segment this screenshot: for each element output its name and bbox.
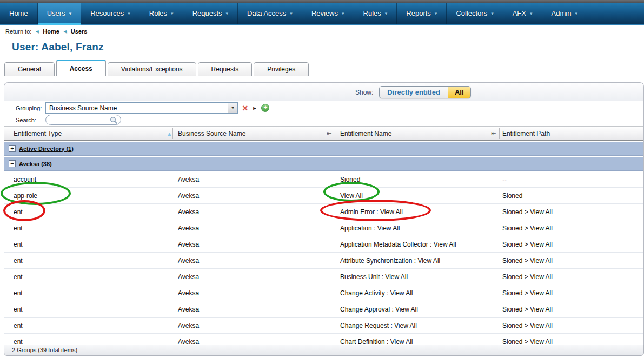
cell-business-source: Aveksa xyxy=(178,253,199,269)
nav-item-rules[interactable]: Rules ▾ xyxy=(354,3,397,24)
group-label[interactable]: Aveksa (38) xyxy=(19,161,52,167)
collapse-icon[interactable]: − xyxy=(9,160,16,167)
nav-item-data-access[interactable]: Data Access ▾ xyxy=(238,3,302,24)
cell-business-source: Aveksa xyxy=(178,285,199,301)
tab-violations-exceptions[interactable]: Violations/Exceptions xyxy=(108,62,196,76)
nav-item-home[interactable]: Home xyxy=(0,3,38,24)
table-row[interactable]: ent Aveksa Attribute Synchronization : V… xyxy=(4,253,643,269)
group-row-aveksa[interactable]: − Aveksa (38) xyxy=(4,157,643,171)
grouping-selected-value: Business Source Name xyxy=(46,104,228,112)
grouping-select[interactable]: Business Source Name ▼ xyxy=(45,102,238,114)
nav-item-users[interactable]: Users ▾ xyxy=(38,3,81,24)
tab-requests[interactable]: Requests xyxy=(198,62,253,76)
table-row[interactable]: ent Aveksa Change Request : View All Sio… xyxy=(4,318,643,334)
table-row[interactable]: account Aveksa Sioned -- xyxy=(4,171,643,188)
show-all-button[interactable]: All xyxy=(448,87,470,98)
dropdown-button[interactable]: ▼ xyxy=(228,103,237,113)
cell-entitlement-name: Application Metadata Collector : View Al… xyxy=(340,236,456,253)
column-header-business-source-name[interactable]: Business Source Name xyxy=(178,127,245,140)
cell-business-source: Aveksa xyxy=(178,301,199,318)
column-header-entitlement-type[interactable]: Entitlement Type xyxy=(14,127,62,140)
cell-entitlement-type: account xyxy=(14,171,36,188)
chevron-down-icon: ▾ xyxy=(435,11,437,16)
nav-item-roles[interactable]: Roles ▾ xyxy=(140,3,183,24)
show-directly-entitled-button[interactable]: Directly entitled xyxy=(380,87,448,98)
nav-label: Requests xyxy=(192,9,222,17)
group-count-summary: 2 Groups (39 total items) xyxy=(12,347,77,353)
cell-entitlement-type: ent xyxy=(14,236,23,253)
column-divider[interactable] xyxy=(172,128,173,139)
cell-business-source: Aveksa xyxy=(178,220,199,236)
column-label: Entitlement Path xyxy=(502,130,550,137)
nav-label: Users xyxy=(47,9,65,17)
cell-entitlement-path: Sioned > View All xyxy=(502,285,553,301)
table-row[interactable]: ent Aveksa Change Approval : View All Si… xyxy=(4,301,643,318)
access-panel: Show: Directly entitled All Grouping: Bu… xyxy=(4,82,644,345)
tab-label: Access xyxy=(70,65,92,72)
tab-label: General xyxy=(18,65,41,73)
nav-item-requests[interactable]: Requests ▾ xyxy=(183,3,238,24)
group-label[interactable]: Active Directory (1) xyxy=(19,146,74,152)
cell-entitlement-type: ent xyxy=(14,301,23,318)
cell-entitlement-type: ent xyxy=(14,334,23,345)
nav-label: Collectors xyxy=(456,9,487,17)
cell-entitlement-path: Sioned > View All xyxy=(502,220,553,236)
cell-business-source: Aveksa xyxy=(178,171,199,188)
expand-icon[interactable]: + xyxy=(9,145,16,152)
cell-business-source: Aveksa xyxy=(178,204,199,220)
chevron-down-icon: ▾ xyxy=(530,11,533,16)
column-resize-icon[interactable]: ⇤ xyxy=(327,130,331,137)
tab-access[interactable]: Access xyxy=(56,60,106,76)
table-row[interactable]: ent Aveksa Business Unit : View All Sion… xyxy=(4,269,643,285)
cell-entitlement-path: Sioned > View All xyxy=(502,204,553,220)
nav-item-resources[interactable]: Resources ▾ xyxy=(81,3,140,24)
cell-business-source: Aveksa xyxy=(178,318,199,334)
nav-label: AFX xyxy=(513,9,526,17)
table-row[interactable]: app-role Aveksa View All Sioned xyxy=(4,188,643,204)
cell-entitlement-type: ent xyxy=(14,318,23,334)
column-divider[interactable] xyxy=(336,128,336,139)
cell-entitlement-type: ent xyxy=(14,253,23,269)
nav-item-reviews[interactable]: Reviews ▾ xyxy=(302,3,354,24)
add-grouping-icon[interactable]: + xyxy=(261,104,269,112)
table-body: account Aveksa Sioned -- app-role Aveksa… xyxy=(4,171,643,345)
nav-item-afx[interactable]: AFX ▾ xyxy=(503,3,542,24)
grouping-label: Grouping: xyxy=(16,105,45,111)
table-row[interactable]: ent Aveksa Application : View All Sioned… xyxy=(4,220,643,236)
nav-item-collectors[interactable]: Collectors ▾ xyxy=(447,3,503,24)
cell-entitlement-type: ent xyxy=(14,204,23,220)
clear-grouping-icon[interactable]: × xyxy=(242,104,248,112)
column-resize-icon[interactable]: ⇤ xyxy=(491,130,496,137)
show-toggle: Directly entitled All xyxy=(379,86,470,98)
breadcrumb-link-home[interactable]: Home xyxy=(43,28,59,35)
column-label: Business Source Name xyxy=(178,130,245,137)
table-footer: 2 Groups (39 total items) xyxy=(4,345,644,356)
column-header-entitlement-name[interactable]: Entitlement Name xyxy=(340,127,391,140)
table-row[interactable]: ent Aveksa Chart Definition : View All S… xyxy=(4,334,643,345)
nav-item-admin[interactable]: Admin ▾ xyxy=(542,3,587,24)
cell-entitlement-name: View All xyxy=(340,188,363,204)
cell-entitlement-name: Application : View All xyxy=(340,220,400,236)
table-row[interactable]: ent Aveksa Admin Error : View All Sioned… xyxy=(4,204,643,220)
tab-privileges[interactable]: Privileges xyxy=(254,62,309,76)
group-row-active-directory[interactable]: + Active Directory (1) xyxy=(4,142,643,156)
nav-item-reports[interactable]: Reports ▾ xyxy=(397,3,447,24)
chevron-down-icon: ▾ xyxy=(385,11,388,16)
column-divider[interactable] xyxy=(499,128,500,139)
chevron-down-icon: ▾ xyxy=(290,11,293,16)
tab-label: Requests xyxy=(211,65,239,73)
back-arrow-icon: ◄ xyxy=(63,29,68,34)
apply-grouping-icon[interactable]: ► xyxy=(253,105,257,111)
show-label: Show: xyxy=(355,89,373,96)
breadcrumb-link-users[interactable]: Users xyxy=(71,28,88,35)
cell-entitlement-name: Change Request : View All xyxy=(340,318,417,334)
chevron-down-icon: ▾ xyxy=(575,11,577,16)
table-row[interactable]: ent Aveksa Application Metadata Collecto… xyxy=(4,236,643,253)
show-filter: Show: Directly entitled All xyxy=(355,86,471,98)
table-row[interactable]: ent Aveksa Change Activity : View All Si… xyxy=(4,285,643,301)
column-label: Entitlement Name xyxy=(340,130,391,137)
tab-general[interactable]: General xyxy=(4,62,55,76)
cell-entitlement-name: Admin Error : View All xyxy=(340,204,403,220)
tab-label: Violations/Exceptions xyxy=(121,65,183,73)
column-header-entitlement-path[interactable]: Entitlement Path xyxy=(502,127,550,140)
